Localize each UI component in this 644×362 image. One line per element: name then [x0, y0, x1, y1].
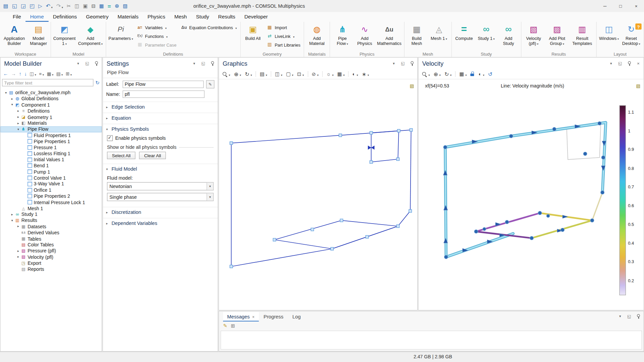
open-button[interactable]: ◱ [10, 1, 19, 10]
tree-expand-arrow[interactable] [16, 249, 20, 253]
settings-menu-button[interactable]: ▾ [191, 60, 197, 66]
tree-node-export[interactable]: ◳Export [0, 260, 102, 266]
save-button[interactable]: ◲ [19, 1, 28, 10]
tree-node-definitions[interactable]: ≡Definitions [0, 108, 102, 114]
menu-results[interactable]: Results [214, 12, 240, 22]
tree-node-initial-values-1[interactable]: Initial Values 1 [0, 157, 102, 163]
clear-all-button[interactable]: Clear All [139, 152, 166, 159]
tree-expand-arrow[interactable] [16, 115, 20, 119]
maximize-button[interactable]: □ [613, 0, 629, 12]
tree-expand-arrow[interactable] [16, 121, 20, 125]
settings-float-button[interactable]: ◱ [200, 60, 206, 66]
model-builder-menu-button[interactable]: ▾ [75, 60, 81, 66]
box-select-button[interactable]: ⊡ [296, 70, 305, 78]
tree-expand-arrow[interactable] [16, 225, 20, 228]
part-libraries-button[interactable]: ▥Part Libraries [265, 41, 302, 48]
move-down-button[interactable]: ↓ [24, 71, 27, 76]
color-theme-button[interactable]: ◐ [478, 70, 485, 78]
table-button[interactable]: ▦ [459, 70, 468, 78]
mesh-1-button[interactable]: ◬Mesh 1 [428, 22, 450, 42]
collapse-all-button[interactable]: ≡ [39, 69, 44, 78]
equation-contributions-button[interactable]: ΔuEquation Contributions [179, 24, 238, 31]
menu-definitions[interactable]: Definitions [48, 12, 82, 22]
component-1-button[interactable]: ◩Component 1 [53, 22, 76, 47]
parameter-case-button[interactable]: ▦Parameter Case [135, 41, 178, 48]
scene-light-button[interactable]: ☼ [326, 70, 334, 78]
velocity-close-button[interactable]: × [635, 60, 641, 66]
menu-study[interactable]: Study [192, 12, 214, 22]
undo-button[interactable]: ↶ [44, 1, 54, 10]
refresh-plot-button[interactable]: ↻ [244, 70, 253, 78]
add-plot-group-button[interactable]: ▨Add Plot Group [545, 22, 569, 47]
table-button[interactable]: ▦ [336, 70, 345, 78]
model-builder-pin-button[interactable] [93, 60, 99, 66]
velocity-float-button[interactable]: ◱ [617, 60, 623, 66]
go-to-view-button[interactable]: ⊕ [433, 70, 441, 78]
delete-button[interactable]: ⊟ [90, 1, 97, 10]
copy-button[interactable]: ◫ [73, 1, 81, 10]
add-study-button[interactable]: ∞Add Study [498, 22, 519, 47]
tree-node-datasets[interactable]: ▦Datasets [0, 224, 102, 230]
zoom-button[interactable] [221, 70, 231, 78]
new-model-button[interactable]: ▤ [2, 1, 10, 10]
tree-node-pipe-properties-2[interactable]: Pipe Properties 2 [0, 193, 102, 199]
menu-developer[interactable]: Developer [240, 12, 272, 22]
variables-button[interactable]: a=Variables [135, 24, 178, 31]
messages-pin-button[interactable] [635, 313, 641, 319]
tab-log[interactable]: Log [288, 312, 305, 321]
tree-node-bend-1[interactable]: Bend 1 [0, 163, 102, 169]
model-manager-button[interactable]: ▤Model Manager [28, 22, 49, 47]
show-button[interactable]: ◫ [29, 69, 37, 78]
tree-node-pipe-properties-1[interactable]: Pipe Properties 1 [0, 138, 102, 144]
hide-entities-button[interactable]: ⊘ [311, 70, 319, 78]
plot-settings-button[interactable]: ∗ [361, 70, 370, 78]
add-mathematics-button[interactable]: ΔuAdd Mathematics [376, 22, 402, 47]
messages-float-button[interactable]: ◱ [626, 313, 632, 319]
menu-file[interactable]: File [8, 12, 26, 22]
update-button[interactable]: ↺ [487, 71, 493, 77]
select-button[interactable]: ▢ [285, 70, 294, 78]
redo-button[interactable]: ↷ [55, 1, 65, 10]
tree-expand-arrow[interactable] [10, 97, 14, 101]
tree-node-pressure-pfl[interactable]: ▨Pressure (pfl) [0, 248, 102, 254]
section-edge-selection[interactable]: Edge Selection [103, 102, 218, 111]
copy-messages-button[interactable]: ⊞ [230, 323, 235, 328]
section-equation[interactable]: Equation [103, 113, 218, 122]
tree-node-velocity-pfl[interactable]: ▨Velocity (pfl) [0, 254, 102, 260]
build-mesh-button[interactable]: ▦Build Mesh [406, 22, 427, 47]
back-button[interactable]: ← [3, 71, 9, 76]
print-button[interactable]: ◰ [28, 1, 36, 10]
tree-expand-arrow[interactable] [16, 127, 20, 131]
application-builder-button[interactable]: AApplication Builder [2, 22, 27, 47]
cut-button[interactable]: ✂ [65, 1, 72, 10]
tab-messages[interactable]: Messages× [223, 312, 259, 321]
section-discretization[interactable]: Discretization [103, 207, 218, 217]
plot-window-icon[interactable]: ▨ [636, 82, 640, 89]
messages-menu-button[interactable]: ▾ [617, 313, 623, 319]
tree-node-component-1[interactable]: ◩Component 1 [0, 102, 102, 108]
clear-messages-button[interactable]: ✎ [223, 323, 228, 328]
close-button[interactable]: × [628, 0, 644, 12]
parameters-button[interactable]: PiParameters [108, 22, 134, 42]
menu-geometry[interactable]: Geometry [82, 12, 113, 22]
color-theme-button[interactable]: ◐ [352, 70, 359, 78]
filter-toggle-button[interactable]: ↻ [95, 80, 100, 85]
menu-home[interactable]: Home [25, 12, 48, 22]
tree-node-internal-pressure-lock-1[interactable]: Internal Pressure Lock 1 [0, 199, 102, 205]
paste-button[interactable]: ▣ [82, 1, 90, 10]
tab-close-icon[interactable]: × [252, 314, 255, 319]
tree-node-lossless-fitting-1[interactable]: Lossless Fitting 1 [0, 150, 102, 157]
plot-window-icon[interactable]: ▨ [410, 82, 414, 89]
tree-expand-arrow[interactable] [16, 255, 20, 259]
help-icon[interactable]: ? [635, 23, 641, 29]
graphics-pin-button[interactable] [409, 60, 415, 66]
go-to-view-button[interactable]: ⊕ [233, 70, 242, 78]
image-snapshot-button[interactable]: ▤ [259, 70, 268, 78]
tree-node-geometry-1[interactable]: ◪Geometry 1 [0, 114, 102, 120]
tree-expand-arrow[interactable] [10, 219, 14, 222]
tree-node-global-definitions[interactable]: ◍Global Definitions [0, 96, 102, 102]
expand-sections-button[interactable]: ▦ [46, 69, 54, 78]
tree-node-derived-values[interactable]: 8.5Derived Values [0, 230, 102, 236]
tree-node-mesh-1[interactable]: ◬Mesh 1 [0, 205, 102, 211]
compute-button[interactable]: =Compute [453, 22, 475, 42]
